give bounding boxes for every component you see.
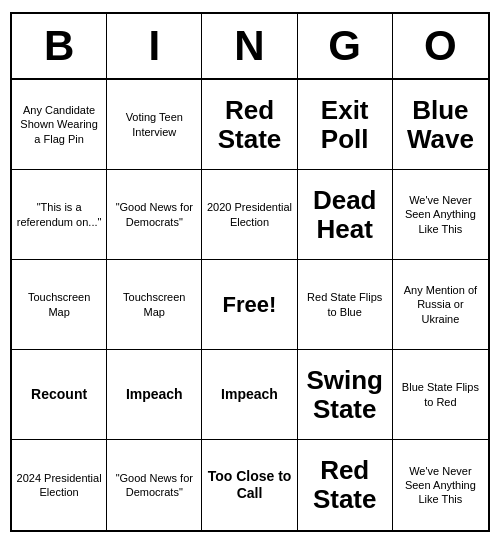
bingo-cell-0: Any Candidate Shown Wearing a Flag Pin xyxy=(12,80,107,170)
header-letter-g: G xyxy=(298,14,393,78)
cell-text-15: Recount xyxy=(31,386,87,403)
bingo-cell-4: Blue Wave xyxy=(393,80,488,170)
bingo-cell-16: Impeach xyxy=(107,350,202,440)
bingo-cell-11: Touchscreen Map xyxy=(107,260,202,350)
cell-text-23: Red State xyxy=(302,456,388,513)
bingo-cell-19: Blue State Flips to Red xyxy=(393,350,488,440)
bingo-grid: Any Candidate Shown Wearing a Flag PinVo… xyxy=(12,80,488,530)
cell-text-14: Any Mention of Russia or Ukraine xyxy=(397,283,484,326)
bingo-cell-13: Red State Flips to Blue xyxy=(298,260,393,350)
bingo-cell-12: Free! xyxy=(202,260,297,350)
bingo-header: BINGO xyxy=(12,14,488,80)
cell-text-7: 2020 Presidential Election xyxy=(206,200,292,229)
bingo-cell-20: 2024 Presidential Election xyxy=(12,440,107,530)
bingo-cell-17: Impeach xyxy=(202,350,297,440)
bingo-cell-14: Any Mention of Russia or Ukraine xyxy=(393,260,488,350)
bingo-cell-15: Recount xyxy=(12,350,107,440)
cell-text-3: Exit Poll xyxy=(302,96,388,153)
cell-text-20: 2024 Presidential Election xyxy=(16,471,102,500)
cell-text-24: We've Never Seen Anything Like This xyxy=(397,464,484,507)
cell-text-9: We've Never Seen Anything Like This xyxy=(397,193,484,236)
cell-text-11: Touchscreen Map xyxy=(111,290,197,319)
bingo-cell-2: Red State xyxy=(202,80,297,170)
cell-text-8: Dead Heat xyxy=(302,186,388,243)
bingo-cell-5: "This is a referendum on..." xyxy=(12,170,107,260)
bingo-cell-23: Red State xyxy=(298,440,393,530)
cell-text-2: Red State xyxy=(206,96,292,153)
cell-text-19: Blue State Flips to Red xyxy=(397,380,484,409)
cell-text-10: Touchscreen Map xyxy=(16,290,102,319)
bingo-cell-18: Swing State xyxy=(298,350,393,440)
bingo-cell-22: Too Close to Call xyxy=(202,440,297,530)
header-letter-i: I xyxy=(107,14,202,78)
bingo-cell-6: "Good News for Democrats" xyxy=(107,170,202,260)
cell-text-5: "This is a referendum on..." xyxy=(16,200,102,229)
cell-text-6: "Good News for Democrats" xyxy=(111,200,197,229)
bingo-cell-24: We've Never Seen Anything Like This xyxy=(393,440,488,530)
cell-text-0: Any Candidate Shown Wearing a Flag Pin xyxy=(16,103,102,146)
cell-text-17: Impeach xyxy=(221,386,278,403)
cell-text-13: Red State Flips to Blue xyxy=(302,290,388,319)
cell-text-4: Blue Wave xyxy=(397,96,484,153)
bingo-cell-9: We've Never Seen Anything Like This xyxy=(393,170,488,260)
bingo-cell-7: 2020 Presidential Election xyxy=(202,170,297,260)
cell-text-16: Impeach xyxy=(126,386,183,403)
header-letter-n: N xyxy=(202,14,297,78)
cell-text-18: Swing State xyxy=(302,366,388,423)
bingo-cell-1: Voting Teen Interview xyxy=(107,80,202,170)
header-letter-b: B xyxy=(12,14,107,78)
bingo-card: BINGO Any Candidate Shown Wearing a Flag… xyxy=(10,12,490,532)
bingo-cell-21: "Good News for Democrats" xyxy=(107,440,202,530)
bingo-cell-3: Exit Poll xyxy=(298,80,393,170)
cell-text-1: Voting Teen Interview xyxy=(111,110,197,139)
cell-text-12: Free! xyxy=(223,292,277,318)
cell-text-21: "Good News for Democrats" xyxy=(111,471,197,500)
bingo-cell-10: Touchscreen Map xyxy=(12,260,107,350)
header-letter-o: O xyxy=(393,14,488,78)
cell-text-22: Too Close to Call xyxy=(206,468,292,502)
bingo-cell-8: Dead Heat xyxy=(298,170,393,260)
